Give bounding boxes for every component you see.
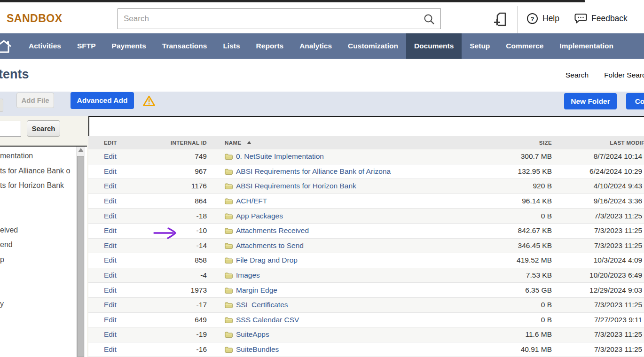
edit-link[interactable]: Edit — [104, 241, 117, 249]
help-button[interactable]: ? Help — [526, 13, 559, 24]
nav-tab-transactions[interactable]: Transactions — [154, 33, 215, 59]
edit-link[interactable]: Edit — [104, 301, 117, 309]
sort-asc-arrow-icon — [247, 141, 251, 144]
last-modified-cell: 7/3/2023 11:25 am — [552, 301, 644, 309]
nav-tab-activities[interactable]: Activities — [21, 33, 69, 59]
advanced-add-button[interactable]: Advanced Add — [71, 92, 134, 109]
nav-tab-commerce[interactable]: Commerce — [498, 33, 551, 59]
page-header-links: Search Folder Search — [565, 71, 644, 79]
internal-id-cell: 967 — [147, 167, 207, 176]
global-search-input[interactable] — [118, 8, 441, 29]
edit-link[interactable]: Edit — [104, 345, 117, 353]
nav-tab-implementation[interactable]: Implementation — [551, 33, 621, 59]
warning-triangle-icon[interactable] — [142, 95, 156, 107]
edit-link[interactable]: Edit — [104, 182, 117, 190]
folder-name-link[interactable]: SuiteApps — [236, 330, 269, 339]
nav-tab-setup[interactable]: Setup — [462, 33, 498, 59]
nav-tab-lists[interactable]: Lists — [215, 33, 248, 59]
name-cell: SuiteApps — [207, 330, 507, 339]
tree-item[interactable]: y — [0, 296, 75, 311]
table-row: Edit-14Attachments to Send346.45 KB7/3/2… — [88, 239, 644, 254]
tree-item[interactable]: ts for Alliance Bank o — [0, 163, 75, 178]
folder-name-link[interactable]: SSS Calendar CSV — [236, 316, 299, 324]
size-cell: 0 B — [507, 301, 552, 309]
folder-name-link[interactable]: SuiteBundles — [236, 345, 279, 354]
column-header-last-modified[interactable]: LAST MODIFIED — [552, 140, 644, 146]
folder-name-link[interactable]: SSL Certificates — [236, 301, 288, 309]
new-folder-button[interactable]: New Folder — [564, 93, 617, 109]
edit-link[interactable]: Edit — [104, 197, 117, 205]
nav-tab-reports[interactable]: Reports — [248, 33, 292, 59]
edit-link[interactable]: Edit — [104, 167, 117, 175]
folder-icon — [225, 257, 233, 264]
table-body: Edit7490. NetSuite Implementation300.7 M… — [88, 149, 644, 357]
folder-icon — [225, 153, 233, 160]
folder-filter-input[interactable] — [0, 121, 21, 137]
page-add-icon[interactable] — [493, 11, 509, 29]
size-cell: 132.95 KB — [507, 167, 552, 176]
last-modified-cell: 7/27/2023 9:11 am — [552, 316, 644, 324]
name-cell: SuiteBundles — [207, 345, 507, 354]
column-header-internal-id[interactable]: INTERNAL ID — [147, 140, 207, 146]
column-header-name[interactable]: NAME — [207, 140, 507, 146]
edit-link[interactable]: Edit — [104, 330, 117, 338]
size-cell: 6.35 GB — [507, 286, 552, 295]
internal-id-cell: 1973 — [147, 286, 207, 295]
table-header-row: EDIT INTERNAL ID NAME SIZE LAST MODIFIED — [88, 136, 644, 149]
edit-link[interactable]: Edit — [104, 286, 117, 294]
folder-icon — [225, 183, 233, 189]
folder-icon — [225, 317, 233, 323]
internal-id-cell: 864 — [147, 197, 207, 205]
nav-tab-customization[interactable]: Customization — [340, 33, 406, 59]
copy-button[interactable]: Copy — [626, 93, 644, 109]
edit-link[interactable]: Edit — [104, 316, 117, 324]
last-modified-cell: 6/24/2024 10:29 am — [552, 167, 644, 176]
edit-link[interactable]: Edit — [104, 256, 117, 264]
folder-name-link[interactable]: ABSI Requirements for Alliance Bank of A… — [236, 167, 391, 176]
folder-icon — [225, 302, 233, 308]
edit-link[interactable]: Edit — [104, 212, 117, 220]
column-header-edit[interactable]: EDIT — [88, 140, 147, 146]
last-modified-cell: 7/3/2023 11:25 am — [552, 345, 644, 354]
folder-name-link[interactable]: Attachments Received — [236, 226, 309, 235]
edit-link[interactable]: Edit — [104, 226, 117, 234]
tree-item[interactable]: eived — [0, 223, 75, 238]
folder-name-link[interactable]: ABSI Requirements for Horizon Bank — [236, 182, 356, 190]
scroll-up-icon[interactable] — [78, 148, 84, 152]
edit-link[interactable]: Edit — [104, 152, 117, 160]
search-link[interactable]: Search — [565, 71, 589, 79]
nav-tab-sftp[interactable]: SFTP — [69, 33, 104, 59]
size-cell: 346.45 KB — [507, 241, 552, 250]
internal-id-cell: -16 — [147, 345, 207, 354]
feedback-label: Feedback — [591, 14, 628, 23]
tree-item[interactable]: mentation — [0, 148, 75, 163]
feedback-button[interactable]: Feedback — [574, 13, 628, 24]
folder-name-link[interactable]: Attachments to Send — [236, 241, 304, 250]
folder-name-link[interactable]: 0. NetSuite Implementation — [236, 152, 324, 161]
tree-scrollbar-thumb[interactable] — [77, 156, 84, 357]
folder-name-link[interactable]: App Packages — [236, 212, 283, 220]
folder-search-link[interactable]: Folder Search — [604, 71, 644, 79]
last-modified-cell: 7/3/2023 11:25 am — [552, 226, 644, 235]
folder-icon — [225, 346, 233, 353]
tree-item[interactable]: p — [0, 252, 75, 267]
table-row: Edit649SSS Calendar CSV0 B7/27/2023 9:11… — [88, 313, 644, 328]
column-header-size[interactable]: SIZE — [507, 140, 552, 146]
home-icon[interactable] — [0, 39, 12, 54]
table-row: Edit-16SuiteBundles40.91 MB7/3/2023 11:2… — [88, 342, 644, 357]
search-icon[interactable] — [423, 14, 435, 26]
tree-item[interactable]: end — [0, 237, 75, 252]
folder-name-link[interactable]: Images — [236, 271, 260, 279]
top-header: SANDBOX ? Help Feedback — [0, 2, 644, 33]
add-file-button[interactable]: Add File — [16, 93, 54, 108]
folder-name-link[interactable]: File Drag and Drop — [236, 256, 298, 264]
tree-item[interactable]: ts for Horizon Bank — [0, 178, 75, 193]
clipped-button-fragment — [0, 99, 3, 112]
folder-name-link[interactable]: ACH/EFT — [236, 197, 267, 205]
edit-link[interactable]: Edit — [104, 271, 117, 279]
nav-tab-documents[interactable]: Documents — [406, 33, 462, 59]
folder-name-link[interactable]: Margin Edge — [236, 286, 277, 295]
nav-tab-analytics[interactable]: Analytics — [291, 33, 340, 59]
sidebar-search-button[interactable]: Search — [27, 120, 60, 137]
nav-tab-payments[interactable]: Payments — [104, 33, 154, 59]
